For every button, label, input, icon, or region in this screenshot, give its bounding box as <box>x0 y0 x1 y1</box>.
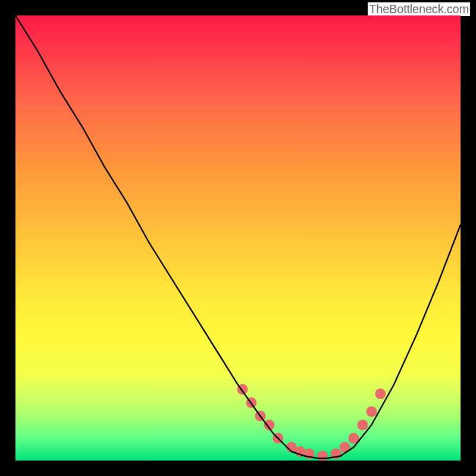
highlight-marker <box>357 419 368 430</box>
highlight-marker <box>317 451 328 461</box>
markers-group <box>237 384 386 461</box>
highlight-marker <box>366 406 377 417</box>
plot-area <box>15 15 461 461</box>
attribution-label: TheBottleneck.com <box>368 2 470 16</box>
highlight-marker <box>375 389 386 399</box>
curve-svg <box>15 15 461 461</box>
chart-container: TheBottleneck.com <box>0 0 476 476</box>
